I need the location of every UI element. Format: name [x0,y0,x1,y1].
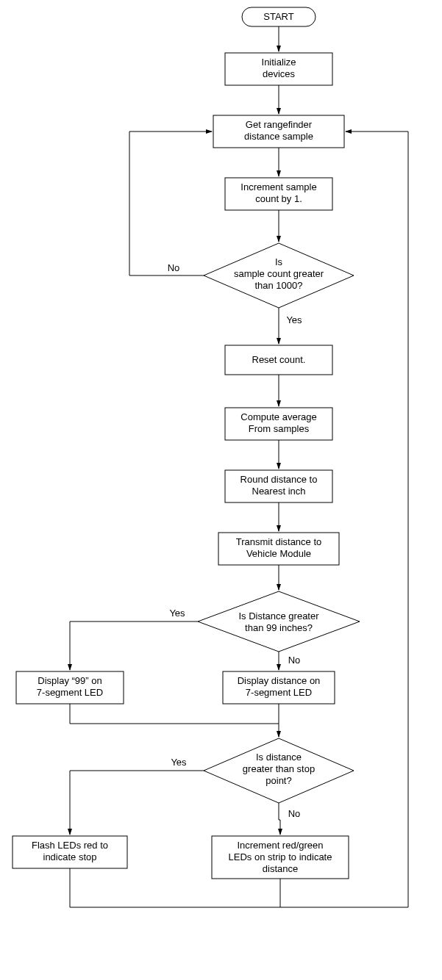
svg-text:LEDs on strip to indicate: LEDs on strip to indicate [229,851,332,862]
svg-text:point?: point? [265,775,291,786]
label-yes-3: Yes [171,757,187,768]
node-start: START [242,7,316,26]
svg-text:Flash LEDs red to: Flash LEDs red to [32,840,108,851]
node-flash-red: Flash LEDs red to indicate stop [13,836,127,868]
svg-text:7-segment LED: 7-segment LED [246,687,312,698]
start-label: START [263,11,293,22]
svg-text:sample count greater: sample count greater [234,268,324,279]
svg-text:Display distance on: Display distance on [238,675,321,686]
label-yes-2: Yes [169,608,185,619]
svg-text:Is distance: Is distance [256,752,302,763]
svg-text:distance: distance [263,863,298,874]
flowchart: START Initialize devices Get rangefinder… [0,0,442,980]
node-increment-count: Increment sample count by 1. [225,178,332,210]
svg-text:distance sample: distance sample [244,131,313,142]
svg-text:devices: devices [263,68,296,79]
svg-text:Increment sample: Increment sample [240,181,316,192]
decision-sample-count: Is sample count greater than 1000? [204,243,354,308]
svg-text:Nearest inch: Nearest inch [252,486,306,497]
label-no-1: No [168,262,180,273]
svg-text:than 99 inches?: than 99 inches? [245,622,313,633]
svg-text:Vehicle Module: Vehicle Module [246,548,311,559]
svg-text:Increment red/green: Increment red/green [237,840,323,851]
node-compute-average: Compute average From samples [225,408,332,440]
svg-text:than 1000?: than 1000? [254,280,302,291]
svg-text:7-segment LED: 7-segment LED [37,687,103,698]
node-increment-leds: Increment red/green LEDs on strip to ind… [212,836,349,879]
node-display-distance: Display distance on 7-segment LED [223,671,335,704]
node-round-distance: Round distance to Nearest inch [225,470,332,502]
node-reset-count: Reset count. [225,345,332,375]
svg-text:Compute average: Compute average [240,411,316,422]
node-transmit: Transmit distance to Vehicle Module [218,533,339,565]
label-yes-1: Yes [286,314,302,325]
svg-text:Display “99” on: Display “99” on [38,675,101,686]
node-initialize: Initialize devices [225,53,332,85]
svg-text:From samples: From samples [249,423,310,434]
svg-text:Is: Is [275,256,283,267]
svg-text:indicate stop: indicate stop [43,851,97,862]
node-get-sample: Get rangefinder distance sample [213,115,344,148]
svg-text:greater than stop: greater than stop [243,763,315,774]
label-no-2: No [288,655,301,666]
decision-stop-point: Is distance greater than stop point? [204,738,354,803]
label-no-3: No [288,808,301,819]
svg-text:Reset count.: Reset count. [252,354,306,365]
svg-text:count by 1.: count by 1. [255,193,302,204]
svg-text:Transmit distance to: Transmit distance to [236,536,322,547]
node-display-99: Display “99” on 7-segment LED [16,671,124,704]
svg-text:Get rangefinder: Get rangefinder [246,119,313,130]
svg-text:Initialize: Initialize [262,57,296,68]
svg-text:Is Distance greater: Is Distance greater [238,610,319,621]
svg-text:Round distance to: Round distance to [240,474,318,485]
decision-99-inches: Is Distance greater than 99 inches? [198,591,360,652]
